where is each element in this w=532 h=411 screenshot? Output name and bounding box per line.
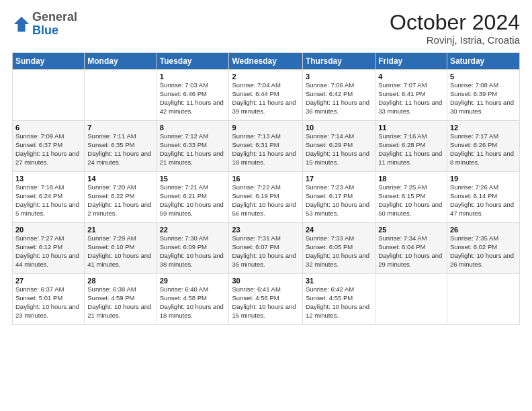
col-friday: Friday (375, 53, 447, 70)
day-number: 10 (306, 124, 372, 132)
col-saturday: Saturday (447, 53, 519, 70)
cell-3-4: 24Sunrise: 7:33 AM Sunset: 6:05 PM Dayli… (302, 223, 375, 274)
day-number: 4 (378, 73, 444, 81)
week-row-1: 6Sunrise: 7:09 AM Sunset: 6:37 PM Daylig… (13, 121, 520, 172)
cell-info: Sunrise: 7:29 AM Sunset: 6:10 PM Dayligh… (87, 234, 153, 269)
cell-info: Sunrise: 6:38 AM Sunset: 4:59 PM Dayligh… (87, 285, 153, 320)
calendar-table: Sunday Monday Tuesday Wednesday Thursday… (12, 52, 520, 325)
cell-0-0 (13, 70, 85, 121)
logo-blue: Blue (32, 24, 58, 37)
cell-info: Sunrise: 7:18 AM Sunset: 6:24 PM Dayligh… (15, 183, 81, 218)
cell-0-2: 1Sunrise: 7:03 AM Sunset: 6:46 PM Daylig… (157, 70, 229, 121)
header: General Blue October 2024 Rovinj, Istria… (12, 11, 520, 46)
day-number: 2 (232, 73, 299, 81)
cell-info: Sunrise: 7:13 AM Sunset: 6:31 PM Dayligh… (232, 132, 299, 167)
cell-4-1: 28Sunrise: 6:38 AM Sunset: 4:59 PM Dayli… (85, 274, 157, 325)
cell-2-6: 19Sunrise: 7:26 AM Sunset: 6:14 PM Dayli… (447, 172, 519, 223)
cell-4-6 (447, 274, 519, 325)
page: General Blue October 2024 Rovinj, Istria… (0, 0, 532, 411)
cell-info: Sunrise: 7:14 AM Sunset: 6:29 PM Dayligh… (306, 132, 372, 167)
cell-info: Sunrise: 7:04 AM Sunset: 6:44 PM Dayligh… (232, 81, 299, 116)
day-number: 8 (160, 124, 226, 132)
cell-info: Sunrise: 7:34 AM Sunset: 6:04 PM Dayligh… (378, 234, 444, 269)
day-number: 27 (15, 277, 81, 285)
cell-info: Sunrise: 7:17 AM Sunset: 6:26 PM Dayligh… (450, 132, 517, 167)
day-number: 17 (306, 175, 372, 183)
cell-info: Sunrise: 7:09 AM Sunset: 6:37 PM Dayligh… (15, 132, 81, 167)
cell-info: Sunrise: 7:33 AM Sunset: 6:05 PM Dayligh… (306, 234, 372, 269)
day-number: 21 (87, 226, 153, 234)
col-sunday: Sunday (13, 53, 85, 70)
cell-3-5: 25Sunrise: 7:34 AM Sunset: 6:04 PM Dayli… (375, 223, 447, 274)
day-number: 30 (232, 277, 299, 285)
cell-2-4: 17Sunrise: 7:23 AM Sunset: 6:17 PM Dayli… (302, 172, 375, 223)
day-number: 7 (87, 124, 153, 132)
location: Rovinj, Istria, Croatia (390, 34, 520, 46)
day-number: 3 (306, 73, 372, 81)
cell-1-4: 10Sunrise: 7:14 AM Sunset: 6:29 PM Dayli… (302, 121, 375, 172)
day-number: 23 (232, 226, 299, 234)
cell-1-0: 6Sunrise: 7:09 AM Sunset: 6:37 PM Daylig… (13, 121, 85, 172)
cell-4-3: 30Sunrise: 6:41 AM Sunset: 4:56 PM Dayli… (229, 274, 302, 325)
week-row-4: 27Sunrise: 6:37 AM Sunset: 5:01 PM Dayli… (13, 274, 520, 325)
day-number: 5 (450, 73, 517, 81)
day-number: 12 (450, 124, 517, 132)
cell-info: Sunrise: 7:21 AM Sunset: 6:21 PM Dayligh… (160, 183, 226, 218)
cell-3-6: 26Sunrise: 7:35 AM Sunset: 6:02 PM Dayli… (447, 223, 519, 274)
cell-info: Sunrise: 6:41 AM Sunset: 4:56 PM Dayligh… (232, 285, 299, 320)
cell-3-3: 23Sunrise: 7:31 AM Sunset: 6:07 PM Dayli… (229, 223, 302, 274)
day-number: 6 (15, 124, 81, 132)
cell-3-2: 22Sunrise: 7:30 AM Sunset: 6:09 PM Dayli… (157, 223, 229, 274)
week-row-3: 20Sunrise: 7:27 AM Sunset: 6:12 PM Dayli… (13, 223, 520, 274)
cell-3-1: 21Sunrise: 7:29 AM Sunset: 6:10 PM Dayli… (85, 223, 157, 274)
cell-1-2: 8Sunrise: 7:12 AM Sunset: 6:33 PM Daylig… (157, 121, 229, 172)
day-number: 1 (160, 73, 226, 81)
logo-icon (12, 15, 31, 34)
cell-2-2: 15Sunrise: 7:21 AM Sunset: 6:21 PM Dayli… (157, 172, 229, 223)
cell-info: Sunrise: 7:22 AM Sunset: 6:19 PM Dayligh… (232, 183, 299, 218)
day-number: 11 (378, 124, 444, 132)
cell-info: Sunrise: 7:16 AM Sunset: 6:28 PM Dayligh… (378, 132, 444, 167)
logo: General Blue (12, 11, 77, 38)
cell-4-5 (375, 274, 447, 325)
day-number: 24 (306, 226, 372, 234)
cell-info: Sunrise: 7:30 AM Sunset: 6:09 PM Dayligh… (160, 234, 226, 269)
cell-info: Sunrise: 7:08 AM Sunset: 6:39 PM Dayligh… (450, 81, 517, 116)
day-number: 9 (232, 124, 299, 132)
day-number: 18 (378, 175, 444, 183)
cell-1-1: 7Sunrise: 7:11 AM Sunset: 6:35 PM Daylig… (85, 121, 157, 172)
cell-1-3: 9Sunrise: 7:13 AM Sunset: 6:31 PM Daylig… (229, 121, 302, 172)
cell-2-3: 16Sunrise: 7:22 AM Sunset: 6:19 PM Dayli… (229, 172, 302, 223)
cell-1-6: 12Sunrise: 7:17 AM Sunset: 6:26 PM Dayli… (447, 121, 519, 172)
logo-general: General (32, 10, 77, 24)
cell-info: Sunrise: 6:42 AM Sunset: 4:55 PM Dayligh… (306, 285, 372, 320)
day-number: 14 (87, 175, 153, 183)
col-tuesday: Tuesday (157, 53, 229, 70)
day-number: 15 (160, 175, 226, 183)
cell-info: Sunrise: 7:20 AM Sunset: 6:22 PM Dayligh… (87, 183, 153, 218)
cell-info: Sunrise: 7:23 AM Sunset: 6:17 PM Dayligh… (306, 183, 372, 218)
month-year: October 2024 (390, 11, 520, 34)
title-block: October 2024 Rovinj, Istria, Croatia (390, 11, 520, 46)
day-number: 22 (160, 226, 226, 234)
cell-0-5: 4Sunrise: 7:07 AM Sunset: 6:41 PM Daylig… (375, 70, 447, 121)
cell-4-0: 27Sunrise: 6:37 AM Sunset: 5:01 PM Dayli… (13, 274, 85, 325)
cell-1-5: 11Sunrise: 7:16 AM Sunset: 6:28 PM Dayli… (375, 121, 447, 172)
day-number: 29 (160, 277, 226, 285)
cell-2-5: 18Sunrise: 7:25 AM Sunset: 6:15 PM Dayli… (375, 172, 447, 223)
cell-0-6: 5Sunrise: 7:08 AM Sunset: 6:39 PM Daylig… (447, 70, 519, 121)
col-thursday: Thursday (302, 53, 375, 70)
day-number: 13 (15, 175, 81, 183)
cell-0-3: 2Sunrise: 7:04 AM Sunset: 6:44 PM Daylig… (229, 70, 302, 121)
cell-info: Sunrise: 7:31 AM Sunset: 6:07 PM Dayligh… (232, 234, 299, 269)
cell-info: Sunrise: 6:40 AM Sunset: 4:58 PM Dayligh… (160, 285, 226, 320)
col-monday: Monday (85, 53, 157, 70)
day-number: 25 (378, 226, 444, 234)
cell-0-4: 3Sunrise: 7:06 AM Sunset: 6:42 PM Daylig… (302, 70, 375, 121)
day-number: 16 (232, 175, 299, 183)
cell-2-1: 14Sunrise: 7:20 AM Sunset: 6:22 PM Dayli… (85, 172, 157, 223)
cell-2-0: 13Sunrise: 7:18 AM Sunset: 6:24 PM Dayli… (13, 172, 85, 223)
header-row: Sunday Monday Tuesday Wednesday Thursday… (13, 53, 520, 70)
cell-info: Sunrise: 7:27 AM Sunset: 6:12 PM Dayligh… (15, 234, 81, 269)
week-row-2: 13Sunrise: 7:18 AM Sunset: 6:24 PM Dayli… (13, 172, 520, 223)
